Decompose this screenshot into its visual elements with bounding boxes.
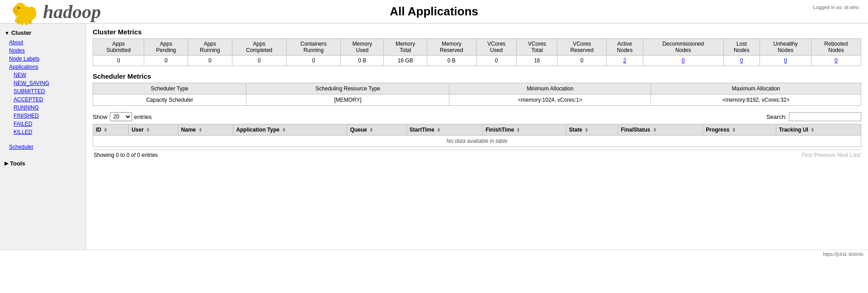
val-unhealthy-nodes[interactable]: 0 (760, 56, 811, 66)
col-queue[interactable]: Queue ⇕ (347, 124, 406, 136)
val-apps-submitted: 0 (93, 56, 144, 66)
val-apps-running: 0 (188, 56, 232, 66)
col-state[interactable]: State ⇕ (566, 124, 618, 136)
no-data-message: No data available in table (93, 136, 861, 147)
layout: ▼ Cluster About Nodes Node Labels Applic… (0, 24, 868, 250)
svg-rect-5 (20, 21, 24, 25)
svg-point-3 (18, 7, 20, 9)
col-tracking-ui[interactable]: Tracking UI ⇕ (776, 124, 861, 136)
val-lost-nodes[interactable]: 0 (723, 56, 760, 66)
sidebar-item-applications[interactable]: Applications (0, 63, 85, 71)
val-max-allocation: <memory:8192, vCores:32> (651, 95, 861, 106)
sidebar-item-submitted[interactable]: SUBMITTED (0, 87, 85, 95)
val-decommissioned-nodes[interactable]: 0 (643, 56, 723, 66)
pagination-buttons: First Previous Next Last (802, 152, 860, 158)
sidebar-item-new-saving[interactable]: NEW_SAVING (0, 79, 85, 87)
sidebar-item-scheduler[interactable]: Scheduler (0, 143, 85, 151)
col-start-time[interactable]: StartTime ⇕ (406, 124, 482, 136)
pagination: Showing 0 to 0 of 0 entries First Previo… (93, 150, 861, 160)
col-apps-running: AppsRunning (188, 39, 232, 56)
val-memory-used: 0 B (341, 56, 384, 66)
entries-label: entries (134, 113, 152, 120)
val-active-nodes[interactable]: 2 (607, 56, 643, 66)
val-apps-pending: 0 (144, 56, 188, 66)
search-input[interactable] (789, 112, 861, 121)
next-button[interactable]: Next (837, 152, 849, 158)
col-scheduling-resource-type: Scheduling Resource Type (246, 83, 449, 95)
user-info: Logged in as: dr.who (813, 5, 859, 10)
sidebar-item-node-labels[interactable]: Node Labels (0, 55, 85, 63)
logged-in-label: Logged in as: (813, 5, 843, 10)
col-max-allocation: Maximum Allocation (651, 83, 861, 95)
tools-label: Tools (10, 160, 25, 167)
col-memory-total: MemoryTotal (384, 39, 427, 56)
svg-rect-6 (25, 21, 28, 25)
col-final-status[interactable]: FinalStatus ⇕ (618, 124, 703, 136)
footer: https://[clnd.:dnt/info (0, 250, 868, 259)
col-finish-time[interactable]: FinishTime ⇕ (482, 124, 566, 136)
sidebar-item-finished[interactable]: FINISHED (0, 112, 85, 120)
previous-button[interactable]: Previous (814, 152, 835, 158)
val-vcores-used: 0 (476, 56, 517, 66)
sidebar-item-failed[interactable]: FAILED (0, 120, 85, 128)
sidebar-item-nodes[interactable]: Nodes (0, 47, 85, 55)
sidebar-item-running[interactable]: RUNNING (0, 104, 85, 112)
val-apps-completed: 0 (232, 56, 286, 66)
search-box: Search: (766, 112, 861, 121)
col-application-type[interactable]: Application Type ⇕ (233, 124, 347, 136)
tools-arrow-icon: ▶ (5, 161, 8, 166)
tools-section-header[interactable]: ▶ Tools (0, 158, 85, 169)
col-apps-pending: AppsPending (144, 39, 188, 56)
col-vcores-used: VCoresUsed (476, 39, 517, 56)
pagination-info: Showing 0 to 0 of 0 entries (94, 152, 158, 158)
cluster-metrics-row: 0 0 0 0 0 0 B 16 GB 0 B 0 16 0 2 0 0 0 0 (93, 56, 861, 66)
svg-point-9 (27, 6, 36, 19)
sidebar-item-accepted[interactable]: ACCEPTED (0, 95, 85, 104)
col-min-allocation: Minimum Allocation (449, 83, 651, 95)
col-unhealthy-nodes: UnhealthyNodes (760, 39, 811, 56)
no-data-row: No data available in table (93, 136, 861, 147)
applications-data-table: ID ⇕ User ⇕ Name ⇕ Application Type ⇕ Qu… (93, 124, 861, 147)
col-lost-nodes: LostNodes (723, 39, 760, 56)
col-id[interactable]: ID ⇕ (93, 124, 129, 136)
table-controls: Show 10 20 50 100 entries Search: (93, 112, 861, 121)
main-content: Cluster Metrics AppsSubmitted AppsPendin… (86, 24, 868, 250)
col-user[interactable]: User ⇕ (129, 124, 178, 136)
sidebar: ▼ Cluster About Nodes Node Labels Applic… (0, 24, 86, 250)
footer-url: https://[clnd.:dnt/info (823, 252, 864, 257)
col-name[interactable]: Name ⇕ (178, 124, 233, 136)
val-scheduler-type: Capacity Scheduler (93, 95, 246, 106)
val-memory-reserved: 0 B (427, 56, 476, 66)
col-apps-submitted: AppsSubmitted (93, 39, 144, 56)
show-entries-control: Show 10 20 50 100 entries (93, 112, 152, 121)
last-button[interactable]: Last (850, 152, 860, 158)
cluster-arrow-icon: ▼ (5, 30, 9, 36)
search-label: Search: (766, 113, 787, 120)
col-memory-reserved: MemoryReserved (427, 39, 476, 56)
scheduler-metrics-title: Scheduler Metrics (93, 72, 861, 80)
svg-point-2 (13, 6, 19, 14)
hadoop-elephant-icon (9, 0, 41, 25)
val-vcores-total: 16 (517, 56, 557, 66)
sidebar-item-about[interactable]: About (0, 38, 85, 47)
sidebar-item-killed[interactable]: KILLED (0, 128, 85, 136)
sidebar-item-new[interactable]: NEW (0, 71, 85, 79)
val-rebooted-nodes[interactable]: 0 (811, 56, 861, 66)
scheduler-metrics-row: Capacity Scheduler [MEMORY] <memory:1024… (93, 95, 861, 106)
cluster-section-header[interactable]: ▼ Cluster (0, 27, 85, 38)
svg-rect-8 (29, 20, 32, 24)
val-containers-running: 0 (286, 56, 340, 66)
logo[interactable]: hadoop (9, 0, 101, 25)
col-containers-running: ContainersRunning (286, 39, 340, 56)
svg-point-4 (19, 7, 19, 8)
col-scheduler-type: Scheduler Type (93, 83, 246, 95)
col-apps-completed: AppsCompleted (232, 39, 286, 56)
val-resource-type: [MEMORY] (246, 95, 449, 106)
col-rebooted-nodes: RebootedNodes (811, 39, 861, 56)
col-vcores-total: VCoresTotal (517, 39, 557, 56)
table-header-row: ID ⇕ User ⇕ Name ⇕ Application Type ⇕ Qu… (93, 124, 861, 136)
val-vcores-reserved: 0 (557, 56, 607, 66)
first-button[interactable]: First (802, 152, 812, 158)
col-progress[interactable]: Progress ⇕ (703, 124, 776, 136)
entries-select[interactable]: 10 20 50 100 (110, 112, 132, 121)
